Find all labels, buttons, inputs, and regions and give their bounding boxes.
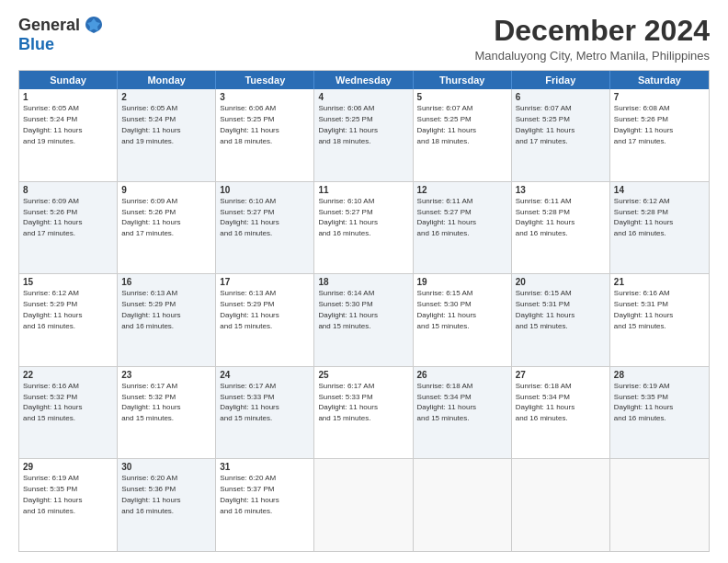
day-number: 19 [417, 277, 507, 287]
day-number: 4 [318, 92, 408, 102]
calendar-cell-2-0: 15Sunrise: 6:12 AM Sunset: 5:29 PM Dayli… [19, 274, 118, 366]
day-info: Sunrise: 6:15 AM Sunset: 5:31 PM Dayligh… [516, 289, 574, 329]
day-number: 27 [516, 370, 606, 380]
day-number: 11 [318, 185, 408, 195]
logo-general-text: General [18, 16, 80, 35]
day-number: 17 [220, 277, 310, 287]
calendar-cell-4-5 [512, 459, 610, 551]
day-number: 13 [516, 185, 606, 195]
header-monday: Monday [118, 71, 216, 89]
calendar-cell-3-3: 25Sunrise: 6:17 AM Sunset: 5:33 PM Dayli… [314, 367, 413, 459]
calendar-cell-3-5: 27Sunrise: 6:18 AM Sunset: 5:34 PM Dayli… [512, 367, 610, 459]
day-info: Sunrise: 6:08 AM Sunset: 5:26 PM Dayligh… [614, 104, 673, 144]
day-info: Sunrise: 6:05 AM Sunset: 5:24 PM Dayligh… [23, 104, 82, 144]
calendar-cell-4-2: 31Sunrise: 6:20 AM Sunset: 5:37 PM Dayli… [216, 459, 314, 551]
day-info: Sunrise: 6:13 AM Sunset: 5:29 PM Dayligh… [121, 289, 180, 329]
header-wednesday: Wednesday [314, 71, 413, 89]
calendar-cell-0-0: 1Sunrise: 6:05 AM Sunset: 5:24 PM Daylig… [19, 89, 118, 181]
day-info: Sunrise: 6:17 AM Sunset: 5:32 PM Dayligh… [121, 382, 180, 422]
day-number: 22 [23, 370, 113, 380]
day-number: 1 [23, 92, 113, 102]
calendar-cell-3-2: 24Sunrise: 6:17 AM Sunset: 5:33 PM Dayli… [216, 367, 314, 459]
calendar-row-3: 22Sunrise: 6:16 AM Sunset: 5:32 PM Dayli… [19, 366, 709, 459]
day-info: Sunrise: 6:17 AM Sunset: 5:33 PM Dayligh… [318, 382, 377, 422]
calendar-cell-3-4: 26Sunrise: 6:18 AM Sunset: 5:34 PM Dayli… [414, 367, 512, 459]
day-number: 16 [121, 277, 211, 287]
day-info: Sunrise: 6:18 AM Sunset: 5:34 PM Dayligh… [516, 382, 574, 422]
day-info: Sunrise: 6:09 AM Sunset: 5:26 PM Dayligh… [121, 197, 180, 237]
logo-blue-text: Blue [18, 35, 54, 54]
calendar-cell-1-1: 9Sunrise: 6:09 AM Sunset: 5:26 PM Daylig… [118, 182, 216, 274]
day-number: 15 [23, 277, 113, 287]
day-number: 20 [516, 277, 606, 287]
day-info: Sunrise: 6:10 AM Sunset: 5:27 PM Dayligh… [220, 197, 279, 237]
header-sunday: Sunday [19, 71, 118, 89]
calendar-cell-2-3: 18Sunrise: 6:14 AM Sunset: 5:30 PM Dayli… [314, 274, 413, 366]
calendar-row-4: 29Sunrise: 6:19 AM Sunset: 5:35 PM Dayli… [19, 458, 709, 551]
calendar-cell-0-1: 2Sunrise: 6:05 AM Sunset: 5:24 PM Daylig… [118, 89, 216, 181]
day-info: Sunrise: 6:15 AM Sunset: 5:30 PM Dayligh… [417, 289, 476, 329]
day-info: Sunrise: 6:12 AM Sunset: 5:29 PM Dayligh… [23, 289, 82, 329]
day-info: Sunrise: 6:10 AM Sunset: 5:27 PM Dayligh… [318, 197, 377, 237]
day-number: 25 [318, 370, 408, 380]
day-number: 2 [121, 92, 211, 102]
header-friday: Friday [512, 71, 610, 89]
calendar-cell-1-4: 12Sunrise: 6:11 AM Sunset: 5:27 PM Dayli… [414, 182, 512, 274]
calendar-cell-2-5: 20Sunrise: 6:15 AM Sunset: 5:31 PM Dayli… [512, 274, 610, 366]
day-info: Sunrise: 6:07 AM Sunset: 5:25 PM Dayligh… [516, 104, 574, 144]
logo-icon [84, 15, 104, 35]
day-number: 14 [614, 185, 705, 195]
calendar-header: Sunday Monday Tuesday Wednesday Thursday… [19, 71, 709, 89]
calendar-cell-0-5: 6Sunrise: 6:07 AM Sunset: 5:25 PM Daylig… [512, 89, 610, 181]
day-info: Sunrise: 6:18 AM Sunset: 5:34 PM Dayligh… [417, 382, 476, 422]
day-number: 28 [614, 370, 705, 380]
calendar-cell-4-4 [414, 459, 512, 551]
calendar: Sunday Monday Tuesday Wednesday Thursday… [18, 70, 710, 552]
calendar-cell-2-6: 21Sunrise: 6:16 AM Sunset: 5:31 PM Dayli… [610, 274, 709, 366]
day-info: Sunrise: 6:05 AM Sunset: 5:24 PM Dayligh… [121, 104, 180, 144]
day-number: 10 [220, 185, 310, 195]
calendar-cell-1-3: 11Sunrise: 6:10 AM Sunset: 5:27 PM Dayli… [314, 182, 413, 274]
calendar-cell-4-3 [314, 459, 413, 551]
calendar-cell-3-1: 23Sunrise: 6:17 AM Sunset: 5:32 PM Dayli… [118, 367, 216, 459]
day-number: 3 [220, 92, 310, 102]
day-info: Sunrise: 6:11 AM Sunset: 5:28 PM Dayligh… [516, 197, 574, 237]
calendar-cell-4-1: 30Sunrise: 6:20 AM Sunset: 5:36 PM Dayli… [118, 459, 216, 551]
calendar-cell-3-0: 22Sunrise: 6:16 AM Sunset: 5:32 PM Dayli… [19, 367, 118, 459]
calendar-cell-0-2: 3Sunrise: 6:06 AM Sunset: 5:25 PM Daylig… [216, 89, 314, 181]
calendar-cell-2-2: 17Sunrise: 6:13 AM Sunset: 5:29 PM Dayli… [216, 274, 314, 366]
header-thursday: Thursday [414, 71, 512, 89]
calendar-cell-4-0: 29Sunrise: 6:19 AM Sunset: 5:35 PM Dayli… [19, 459, 118, 551]
day-number: 29 [23, 462, 113, 472]
day-info: Sunrise: 6:07 AM Sunset: 5:25 PM Dayligh… [417, 104, 476, 144]
subtitle: Mandaluyong City, Metro Manila, Philippi… [474, 49, 710, 63]
day-number: 26 [417, 370, 507, 380]
calendar-cell-0-6: 7Sunrise: 6:08 AM Sunset: 5:26 PM Daylig… [610, 89, 709, 181]
day-number: 7 [614, 92, 705, 102]
calendar-cell-1-5: 13Sunrise: 6:11 AM Sunset: 5:28 PM Dayli… [512, 182, 610, 274]
day-number: 8 [23, 185, 113, 195]
day-info: Sunrise: 6:11 AM Sunset: 5:27 PM Dayligh… [417, 197, 476, 237]
title-area: December 2024 Mandaluyong City, Metro Ma… [474, 15, 710, 63]
day-info: Sunrise: 6:19 AM Sunset: 5:35 PM Dayligh… [614, 382, 673, 422]
day-number: 24 [220, 370, 310, 380]
day-number: 5 [417, 92, 507, 102]
calendar-cell-1-0: 8Sunrise: 6:09 AM Sunset: 5:26 PM Daylig… [19, 182, 118, 274]
calendar-cell-0-3: 4Sunrise: 6:06 AM Sunset: 5:25 PM Daylig… [314, 89, 413, 181]
day-info: Sunrise: 6:12 AM Sunset: 5:28 PM Dayligh… [614, 197, 673, 237]
header-tuesday: Tuesday [216, 71, 314, 89]
day-number: 12 [417, 185, 507, 195]
day-number: 9 [121, 185, 211, 195]
logo: General Blue [18, 15, 104, 54]
day-info: Sunrise: 6:17 AM Sunset: 5:33 PM Dayligh… [220, 382, 279, 422]
day-info: Sunrise: 6:13 AM Sunset: 5:29 PM Dayligh… [220, 289, 279, 329]
page: General Blue December 2024 Mandaluyong C… [0, 0, 728, 563]
day-number: 6 [516, 92, 606, 102]
calendar-cell-4-6 [610, 459, 709, 551]
calendar-body: 1Sunrise: 6:05 AM Sunset: 5:24 PM Daylig… [19, 89, 709, 551]
day-info: Sunrise: 6:06 AM Sunset: 5:25 PM Dayligh… [318, 104, 377, 144]
calendar-cell-2-1: 16Sunrise: 6:13 AM Sunset: 5:29 PM Dayli… [118, 274, 216, 366]
calendar-row-0: 1Sunrise: 6:05 AM Sunset: 5:24 PM Daylig… [19, 89, 709, 181]
day-number: 30 [121, 462, 211, 472]
calendar-cell-1-6: 14Sunrise: 6:12 AM Sunset: 5:28 PM Dayli… [610, 182, 709, 274]
